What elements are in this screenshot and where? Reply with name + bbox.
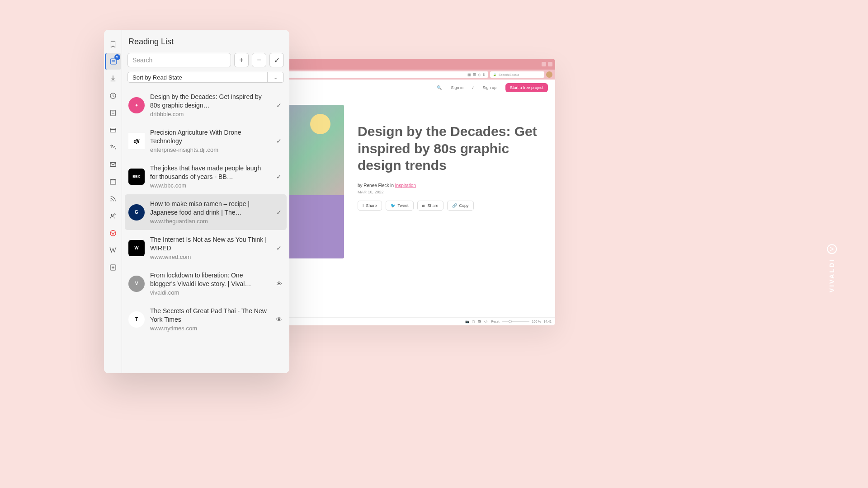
byline-category-link[interactable]: Inspiration (395, 183, 416, 188)
zoom-value: 100 % (532, 320, 541, 323)
reader-icon[interactable]: ☰ (473, 73, 476, 77)
sidebar-downloads[interactable] (105, 70, 121, 87)
plus-box-icon (109, 263, 117, 272)
zoom-slider[interactable] (502, 321, 529, 322)
search-engine-field[interactable]: 🍃 Search Ecosia (490, 71, 544, 78)
tile-icon[interactable]: ▢ (472, 320, 475, 324)
download-icon[interactable]: ⬇ (482, 73, 486, 77)
item-title: Precision Agriculture With Drone Technol… (150, 128, 269, 145)
share-facebook-button[interactable]: fShare (358, 201, 382, 211)
item-title: The jokes that have made people laugh fo… (150, 164, 269, 181)
sidebar-history[interactable] (105, 88, 121, 104)
divider: / (472, 85, 474, 90)
svg-rect-9 (110, 163, 116, 167)
reset-zoom-button[interactable]: Reset (491, 320, 499, 323)
article-byline: by Renee Fleck in Inspiration (358, 183, 548, 188)
bookmark-icon (109, 40, 117, 48)
unread-badge: 5 (114, 54, 120, 60)
sidebar-add-panel[interactable] (105, 259, 121, 276)
vivaldi-icon (109, 229, 117, 237)
sign-up-link[interactable]: Sign up (482, 85, 496, 90)
add-button[interactable]: + (234, 53, 249, 67)
vivaldi-logo-icon (827, 244, 837, 254)
share-row: fShare 🐦Tweet inShare 🔗Copy (358, 201, 548, 211)
list-item[interactable]: BBC The jokes that have made people laug… (122, 159, 289, 194)
mark-read-button[interactable]: ✓ (269, 53, 284, 67)
list-item[interactable]: dji Precision Agriculture With Drone Tec… (122, 123, 289, 159)
panel-title: Reading List (127, 37, 284, 47)
favicon-bbc: BBC (128, 169, 145, 185)
favicon-wired: W (128, 240, 145, 256)
sign-in-link[interactable]: Sign in (451, 85, 463, 90)
sidebar-wikipedia[interactable]: W (105, 242, 121, 258)
image-icon[interactable]: 🖼 (478, 320, 481, 323)
sidebar-bookmarks[interactable] (105, 36, 121, 52)
sidebar-contacts[interactable] (105, 208, 121, 224)
reading-list: ● Design by the Decades: Get inspired by… (122, 87, 289, 373)
item-title: The Secrets of Great Pad Thai - The New … (150, 307, 269, 324)
item-title: From lockdown to liberation: One blogger… (150, 271, 269, 288)
article-date: MAR 10, 2022 (358, 190, 548, 194)
favicon-guardian: G (128, 204, 145, 221)
chevron-down-icon: ⌄ (267, 72, 283, 82)
share-copy-button[interactable]: 🔗Copy (447, 201, 474, 211)
sort-dropdown[interactable]: Sort by Read State ⌄ (127, 72, 284, 83)
article-title: Design by the Decades: Get inspired by 8… (358, 123, 548, 174)
code-icon[interactable]: </> (484, 320, 488, 323)
svg-point-14 (110, 200, 111, 201)
svg-rect-7 (110, 128, 116, 132)
sidebar-feeds[interactable] (105, 191, 121, 207)
sidebar-mail[interactable] (105, 156, 121, 173)
search-engine-icon: 🍃 (493, 73, 497, 76)
vivaldi-watermark: VIVALDI (827, 244, 837, 292)
sidebar-calendar[interactable] (105, 174, 121, 190)
list-item[interactable]: W The Internet Is Not as New as You Thin… (122, 230, 289, 266)
share-linkedin-button[interactable]: inShare (417, 201, 443, 211)
read-check-icon: ✓ (275, 244, 283, 252)
plus-icon: + (239, 56, 243, 64)
rss-icon (109, 195, 117, 203)
read-check-icon: ✓ (275, 209, 283, 216)
download-icon (109, 75, 117, 83)
list-item[interactable]: T The Secrets of Great Pad Thai - The Ne… (122, 301, 289, 337)
clock: 14:41 (543, 320, 552, 323)
bookmark-icon[interactable]: ◇ (478, 73, 481, 77)
minimize-icon[interactable] (542, 62, 546, 66)
item-domain: www.theguardian.com (150, 218, 269, 225)
sidebar-vivaldi[interactable] (105, 225, 121, 241)
item-domain: www.nytimes.com (150, 325, 269, 332)
camera-icon[interactable]: 📷 (465, 320, 469, 324)
start-project-button[interactable]: Start a free project (505, 83, 548, 92)
minus-icon: − (257, 56, 261, 64)
item-domain: www.wired.com (150, 253, 269, 260)
list-item[interactable]: V From lockdown to liberation: One blogg… (122, 266, 289, 301)
favicon-nyt: T (128, 311, 145, 328)
item-title: Design by the Decades: Get inspired by 8… (150, 93, 269, 110)
remove-button[interactable]: − (252, 53, 266, 67)
profile-avatar[interactable] (546, 71, 552, 78)
site-search-icon[interactable]: 🔍 (437, 85, 442, 90)
calendar-icon (109, 178, 117, 186)
sidebar-reading-list[interactable]: 5 (105, 53, 121, 70)
item-domain: dribbble.com (150, 111, 269, 117)
trash-icon[interactable] (548, 62, 552, 66)
feed-icon[interactable]: ▦ (467, 73, 471, 77)
sidebar-window[interactable] (105, 122, 121, 138)
read-check-icon: ✓ (275, 102, 283, 109)
unread-eye-icon: 👁 (275, 280, 283, 287)
read-check-icon: ✓ (275, 173, 283, 180)
read-check-icon: ✓ (275, 137, 283, 145)
sidebar-translate[interactable] (105, 139, 121, 155)
item-domain: vivaldi.com (150, 289, 269, 296)
favicon-dribbble: ● (128, 97, 145, 113)
share-twitter-button[interactable]: 🐦Tweet (386, 201, 414, 211)
favicon-dji: dji (128, 133, 145, 149)
unread-eye-icon: 👁 (275, 316, 283, 323)
search-input[interactable] (127, 53, 231, 67)
translate-icon (109, 143, 117, 151)
sidebar-notes[interactable] (105, 105, 121, 121)
list-item[interactable]: G How to make miso ramen – recipe | Japa… (125, 194, 287, 230)
list-item[interactable]: ● Design by the Decades: Get inspired by… (122, 87, 289, 123)
item-title: The Internet Is Not as New as You Think … (150, 235, 269, 253)
item-domain: enterprise-insights.dji.com (150, 146, 269, 153)
